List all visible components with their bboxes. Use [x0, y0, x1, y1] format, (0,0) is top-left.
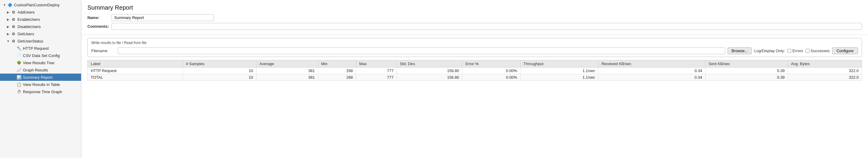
browse-button[interactable]: Browse... — [727, 48, 752, 54]
table-cell: TOTAL — [88, 74, 183, 81]
table-cell: 268 — [318, 74, 356, 81]
sidebar: ▼🔷CustosPlanCustomDeploy▶⚙AddUsers▶⚙Enab… — [0, 0, 82, 158]
col-header-error-: Error % — [462, 60, 521, 67]
col-header-received-kb-sec: Received KB/sec — [598, 60, 705, 67]
filename-label: Filename — [91, 49, 116, 53]
table-cell: 0.34 — [598, 74, 705, 81]
sidebar-item-summary-report[interactable]: 📊Summary Report — [0, 73, 81, 81]
table-cell: 10 — [183, 67, 256, 74]
name-input[interactable] — [112, 14, 214, 21]
plan-icon: 🔷 — [7, 2, 13, 7]
gear-icon: ⚙ — [11, 9, 16, 15]
col-header-min: Min — [318, 60, 356, 67]
arrow-icon: ▶ — [6, 32, 10, 36]
table-cell: 0.34 — [598, 67, 705, 74]
gear-icon: ⚙ — [11, 31, 16, 36]
sidebar-item-label: Graph Results — [23, 68, 48, 72]
table-cell: 381 — [256, 67, 318, 74]
comments-label: Comments: — [87, 24, 112, 29]
sidebar-item-label: GetUserStatus — [18, 39, 43, 43]
sidebar-item-view-results-table[interactable]: 📋View Results in Table — [0, 81, 81, 88]
errors-label: Errors — [792, 49, 803, 53]
successes-checkbox[interactable] — [806, 49, 809, 53]
name-row: Name: — [87, 14, 862, 21]
col-header--samples: # Samples — [183, 60, 256, 67]
page-title: Summary Report — [87, 4, 862, 11]
table-cell: 0.00% — [462, 67, 521, 74]
results-table-container: Label# SamplesAverageMinMaxStd. Dev.Erro… — [82, 60, 868, 87]
arrow-icon: ▶ — [6, 24, 10, 29]
tree-icon: 🌳 — [16, 60, 22, 65]
arrow-icon — [11, 61, 16, 65]
table-cell: 322.0 — [788, 74, 862, 81]
table-cell: 777 — [356, 74, 397, 81]
sidebar-item-view-results-tree[interactable]: 🌳View Results Tree — [0, 59, 81, 66]
graph-icon: 📈 — [16, 67, 22, 73]
col-header-sent-kb-sec: Sent KB/sec — [705, 60, 788, 67]
arrow-icon — [11, 90, 16, 94]
comments-row: Comments: — [87, 23, 862, 30]
arrow-icon: ▼ — [2, 3, 7, 7]
table-cell: 322.0 — [788, 67, 862, 74]
sidebar-item-label: View Results Tree — [23, 61, 55, 65]
table-cell: 0.39 — [705, 67, 788, 74]
sidebar-item-csv-data-set[interactable]: 📄CSV Data Set Config — [0, 52, 81, 59]
table-cell: 381 — [256, 74, 318, 81]
arrow-icon: ▶ — [6, 10, 10, 14]
arrow-icon: ▶ — [6, 17, 10, 22]
comments-input[interactable] — [112, 23, 862, 30]
sidebar-item-label: EnableUsers — [18, 17, 40, 22]
table-header-row: Label# SamplesAverageMinMaxStd. Dev.Erro… — [88, 60, 862, 67]
col-header-label: Label — [88, 60, 183, 67]
csv-icon: 📄 — [16, 53, 22, 58]
successes-label: Successes — [811, 49, 830, 53]
table-header: Label# SamplesAverageMinMaxStd. Dev.Erro… — [88, 60, 862, 67]
main-content: Summary Report Name: Comments: Write res… — [82, 0, 868, 158]
col-header-throughput: Throughput — [520, 60, 598, 67]
sidebar-item-get-users[interactable]: ▶⚙GetUsers — [0, 30, 81, 37]
sidebar-item-get-user-status[interactable]: ▼⚙GetUserStatus — [0, 37, 81, 44]
sidebar-item-custos-plan[interactable]: ▼🔷CustosPlanCustomDeploy — [0, 1, 81, 8]
sidebar-item-http-request[interactable]: 🔧HTTP Request — [0, 44, 81, 52]
arrow-icon — [11, 75, 16, 79]
arrow-icon — [11, 46, 16, 50]
summary-icon: 📊 — [16, 74, 22, 80]
table-cell: 10 — [183, 74, 256, 81]
col-header-average: Average — [256, 60, 318, 67]
table-cell: 1.1/sec — [520, 74, 598, 81]
sidebar-item-disable-users[interactable]: ▶⚙DisableUsers — [0, 23, 81, 30]
sidebar-item-response-time-graph[interactable]: ⏱Response Time Graph — [0, 88, 81, 95]
filename-input[interactable] — [118, 48, 725, 54]
sidebar-item-label: CustosPlanCustomDeploy — [14, 3, 60, 7]
col-header-max: Max — [356, 60, 397, 67]
configure-button[interactable]: Configure — [832, 48, 858, 54]
errors-checkbox[interactable] — [787, 49, 791, 53]
sidebar-item-add-users[interactable]: ▶⚙AddUsers — [0, 8, 81, 16]
log-display-label: Log/Display Only: — [754, 49, 785, 53]
gear-icon: ⚙ — [11, 24, 16, 29]
table-cell: 777 — [356, 67, 397, 74]
gear-icon: ⚙ — [11, 38, 16, 44]
table-cell: 156.80 — [397, 67, 462, 74]
table-cell: 268 — [318, 67, 356, 74]
file-section: Write results to file / Read from file F… — [87, 38, 862, 57]
table-cell: 156.80 — [397, 74, 462, 81]
table-row: HTTP Request10381268777156.800.00%1.1/se… — [88, 67, 862, 74]
sidebar-item-label: View Results in Table — [23, 82, 60, 87]
time-icon: ⏱ — [16, 89, 22, 94]
table-cell: 0.39 — [705, 74, 788, 81]
col-header-avg-bytes: Avg. Bytes — [788, 60, 862, 67]
sidebar-item-graph-results[interactable]: 📈Graph Results — [0, 66, 81, 73]
results-table: Label# SamplesAverageMinMaxStd. Dev.Erro… — [87, 60, 862, 81]
col-header-std-dev-: Std. Dev. — [397, 60, 462, 67]
errors-checkbox-group: Errors — [787, 49, 803, 53]
arrow-icon: ▼ — [6, 39, 10, 43]
arrow-icon — [11, 53, 16, 58]
sidebar-item-enable-users[interactable]: ▶⚙EnableUsers — [0, 16, 81, 23]
sidebar-item-label: CSV Data Set Config — [23, 53, 60, 58]
arrow-icon — [11, 82, 16, 87]
sidebar-item-label: DisableUsers — [18, 24, 41, 29]
table-cell: 1.1/sec — [520, 67, 598, 74]
sidebar-item-label: Response Time Graph — [23, 90, 62, 94]
file-section-title: Write results to file / Read from file — [91, 41, 858, 45]
